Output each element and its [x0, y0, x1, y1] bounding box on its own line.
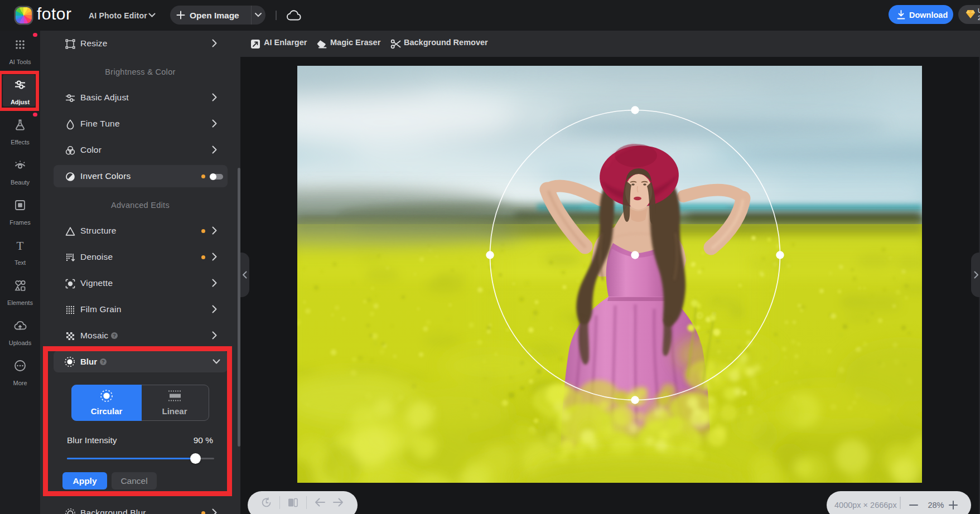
svg-text:T: T: [17, 239, 24, 252]
